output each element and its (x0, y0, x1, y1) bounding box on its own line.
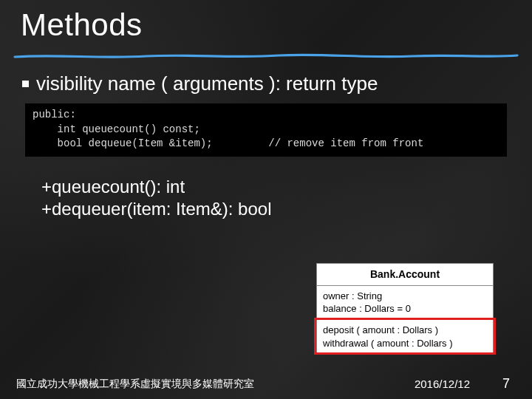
uml-class-diagram: Bank.Account owner : String balance : Do… (316, 263, 494, 354)
page-title: Methods (21, 7, 143, 43)
uml-attribute: balance : Dollars = 0 (323, 302, 487, 316)
page-number: 7 (502, 376, 510, 392)
bullet-item: visibility name ( arguments ): return ty… (22, 72, 378, 95)
bullet-text: visibility name ( arguments ): return ty… (36, 72, 378, 95)
code-block: public: int queuecount() const; bool deq… (25, 103, 507, 157)
code-line: int queuecount() const; (33, 123, 200, 135)
footer-org: 國立成功大學機械工程學系虛擬實境與多媒體研究室 (16, 378, 254, 391)
uml-method-example: +queuecount(): int +dequeuer(item: Item&… (41, 176, 272, 220)
uml-class-name: Bank.Account (317, 264, 493, 286)
uml-attributes: owner : String balance : Dollars = 0 (317, 286, 493, 320)
footer-date: 2016/12/12 (415, 378, 470, 390)
uml-line: +dequeuer(item: Item&): bool (41, 198, 272, 220)
uml-method: withdrawal ( amount : Dollars ) (323, 337, 487, 350)
uml-line: +queuecount(): int (41, 176, 272, 198)
uml-attribute: owner : String (323, 290, 487, 303)
code-line: public: (33, 109, 76, 120)
bullet-icon (22, 81, 29, 87)
footer: 國立成功大學機械工程學系虛擬實境與多媒體研究室 2016/12/12 7 (0, 376, 532, 392)
title-underline (13, 53, 519, 61)
uml-methods: deposit ( amount : Dollars ) withdrawal … (317, 320, 493, 353)
slide: Methods visibility name ( arguments ): r… (0, 0, 532, 399)
uml-method: deposit ( amount : Dollars ) (323, 324, 487, 337)
code-line: bool dequeue(Item &item); // remove item… (33, 137, 423, 149)
footer-right: 2016/12/12 7 (415, 376, 510, 392)
